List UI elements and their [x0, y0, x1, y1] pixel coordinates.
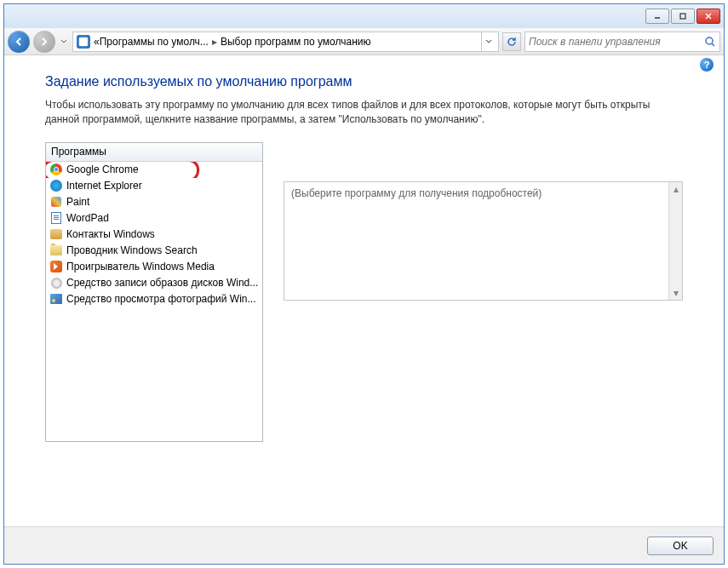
- list-item-label: Google Chrome: [66, 164, 139, 175]
- content: Задание используемых по умолчанию програ…: [4, 74, 724, 526]
- folder-icon: [49, 244, 63, 257]
- close-button[interactable]: [696, 9, 720, 24]
- list-item-label: Проигрыватель Windows Media: [66, 261, 215, 273]
- detail-placeholder: (Выберите программу для получения подроб…: [291, 187, 542, 199]
- list-item-disc-burner[interactable]: Средство записи образов дисков Wind...: [46, 275, 262, 291]
- breadcrumb-item-2[interactable]: Выбор программ по умолчанию: [221, 36, 371, 48]
- svg-line-5: [712, 43, 714, 46]
- chevron-right-icon: ▸: [212, 36, 217, 48]
- minimize-button[interactable]: [645, 9, 669, 24]
- page-description: Чтобы использовать эту программу по умол…: [45, 98, 683, 127]
- titlebar: [4, 4, 724, 28]
- list-item-label: Internet Explorer: [66, 180, 142, 192]
- wordpad-icon: [49, 211, 63, 225]
- photo-icon: [49, 292, 63, 306]
- list-item-paint[interactable]: Paint: [46, 194, 262, 210]
- search-box[interactable]: [525, 32, 720, 52]
- list-item-wordpad[interactable]: WordPad: [46, 210, 262, 227]
- wmp-icon: [49, 260, 63, 273]
- breadcrumb-prefix: «: [94, 36, 100, 48]
- list-item-photo-viewer[interactable]: Средство просмотра фотографий Win...: [46, 291, 262, 307]
- list-item-label: Контакты Windows: [66, 228, 155, 240]
- list-body: Google Chrome Internet Explorer Paint Wo…: [46, 162, 262, 307]
- svg-point-4: [706, 37, 713, 44]
- chrome-icon: [49, 163, 63, 176]
- breadcrumb[interactable]: « Программы по умолч... ▸ Выбор программ…: [72, 32, 499, 52]
- list-header[interactable]: Программы: [46, 143, 262, 162]
- breadcrumb-item-1[interactable]: Программы по умолч...: [100, 36, 209, 48]
- scroll-down-icon[interactable]: ▾: [669, 286, 682, 300]
- ie-icon: [49, 179, 63, 192]
- list-item-explorer[interactable]: Проводник Windows Search: [46, 243, 262, 259]
- disc-icon: [49, 276, 63, 290]
- list-item-contacts[interactable]: Контакты Windows: [46, 227, 262, 243]
- programs-list: Программы Google Chrome Internet Explore…: [45, 142, 263, 442]
- maximize-button[interactable]: [671, 9, 695, 24]
- page-title: Задание используемых по умолчанию програ…: [45, 74, 683, 89]
- nav-forward-button[interactable]: [33, 31, 55, 53]
- ok-button[interactable]: OK: [647, 536, 714, 555]
- detail-panel: (Выберите программу для получения подроб…: [284, 181, 683, 301]
- list-item-wmp[interactable]: Проигрыватель Windows Media: [46, 259, 262, 275]
- list-item-label: Средство просмотра фотографий Win...: [66, 293, 256, 305]
- list-item-label: Средство записи образов дисков Wind...: [66, 277, 258, 289]
- nav-history-dropdown[interactable]: [59, 33, 69, 50]
- scroll-up-icon[interactable]: ▴: [669, 182, 682, 196]
- help-icon[interactable]: ?: [700, 58, 714, 72]
- list-item-label: Проводник Windows Search: [66, 244, 198, 256]
- navbar: « Программы по умолч... ▸ Выбор программ…: [4, 28, 724, 55]
- window: « Программы по умолч... ▸ Выбор программ…: [3, 3, 725, 565]
- breadcrumb-dropdown[interactable]: [481, 32, 495, 51]
- control-panel-icon: [77, 35, 90, 49]
- list-item-label: Paint: [66, 196, 89, 208]
- list-item-label: WordPad: [66, 212, 109, 224]
- list-item-chrome[interactable]: Google Chrome: [46, 162, 262, 178]
- nav-back-button[interactable]: [8, 31, 30, 53]
- paint-icon: [49, 195, 63, 209]
- scrollbar[interactable]: ▴ ▾: [668, 182, 682, 300]
- help-row: ?: [4, 55, 724, 74]
- refresh-button[interactable]: [502, 32, 521, 51]
- svg-rect-1: [680, 14, 685, 19]
- list-item-ie[interactable]: Internet Explorer: [46, 178, 262, 194]
- search-input[interactable]: [529, 36, 704, 48]
- search-icon: [704, 36, 716, 48]
- footer: OK: [4, 526, 724, 564]
- contacts-icon: [49, 227, 63, 241]
